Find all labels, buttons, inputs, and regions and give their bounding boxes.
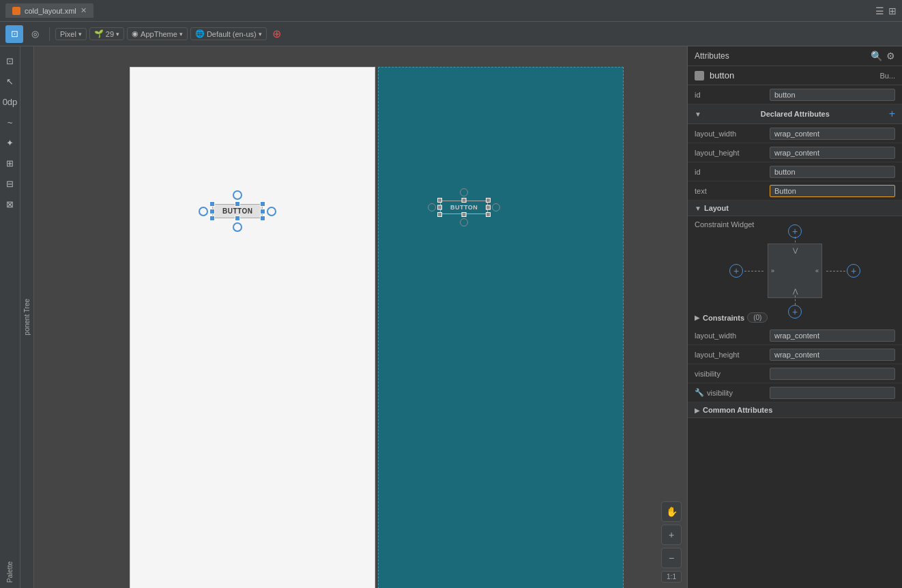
handle-dark-bottom-right[interactable] xyxy=(486,212,491,217)
cw-line-left xyxy=(744,271,763,271)
menu-button[interactable]: ☰ xyxy=(875,5,884,16)
text-key: text xyxy=(695,187,770,195)
toolbar-separator-1 xyxy=(49,27,50,41)
layout-width-input[interactable] xyxy=(770,128,895,140)
handle-left-mid[interactable] xyxy=(209,209,215,214)
palette-tab[interactable]: Palette xyxy=(3,556,16,588)
connector-dark-bottom[interactable] xyxy=(460,218,468,226)
id-input[interactable] xyxy=(770,89,895,101)
constraint-add-right-button[interactable]: + xyxy=(847,264,860,278)
connector-dark-left[interactable] xyxy=(428,203,436,211)
theme-dropdown[interactable]: ◉ AppTheme ▾ xyxy=(127,27,188,40)
visibility-tool-key: 🔧 visibility xyxy=(695,388,770,397)
id-key: id xyxy=(695,91,770,99)
cw-line-right xyxy=(826,271,845,271)
blueprint-mode-button[interactable]: ◎ xyxy=(26,25,44,43)
zoom-in-button[interactable]: + xyxy=(661,525,682,545)
cursor-button[interactable]: ↖ xyxy=(1,72,19,90)
zoom-label: 1:1 xyxy=(661,571,682,583)
declared-attributes-section[interactable]: ▼ Declared Attributes + xyxy=(688,104,902,124)
button-widget-light[interactable]: BUTTON xyxy=(212,204,263,218)
handle-right-mid[interactable] xyxy=(260,209,265,214)
constraints-count-badge: (0) xyxy=(747,312,768,323)
layout-height-layout-key: layout_height xyxy=(695,351,770,359)
handle-top-left[interactable] xyxy=(209,201,215,207)
design-mode-button[interactable]: ⊡ xyxy=(5,25,23,43)
text-input[interactable] xyxy=(770,185,895,197)
common-attributes-section[interactable]: ▶ Common Attributes xyxy=(688,402,902,418)
api-dropdown[interactable]: 🌱 29 ▾ xyxy=(89,27,124,40)
connector-top[interactable] xyxy=(233,190,242,200)
locale-label: Default (en-us) xyxy=(207,30,257,38)
button-widget-dark[interactable]: BUTTON xyxy=(440,201,488,214)
connector-dark-top[interactable] xyxy=(460,188,468,196)
cw-right-inner-arrow: » xyxy=(771,267,774,274)
handle-dark-top-right[interactable] xyxy=(486,198,491,203)
connector-bottom[interactable] xyxy=(233,222,242,232)
constraints-arrow-icon: ▶ xyxy=(695,314,700,321)
search-button[interactable]: 🔍 xyxy=(871,50,882,61)
margin-button[interactable]: ⊞ xyxy=(1,154,19,172)
magic-button[interactable]: ✦ xyxy=(1,134,19,151)
path-button[interactable]: ~ xyxy=(1,113,19,131)
layout-width-row: layout_width xyxy=(688,124,902,143)
file-tab[interactable]: cold_layout.xml ✕ xyxy=(5,3,93,18)
layout-section[interactable]: ▼ Layout xyxy=(688,201,902,216)
grid-button[interactable]: ⊞ xyxy=(888,5,897,16)
constraint-add-top-button[interactable]: + xyxy=(788,224,802,238)
handle-top-mid[interactable] xyxy=(235,201,240,207)
visibility-tool-row: 🔧 visibility xyxy=(688,383,902,402)
align-button[interactable]: ⊟ xyxy=(1,175,19,192)
tab-close-button[interactable]: ✕ xyxy=(81,6,87,15)
layout-height-input[interactable] xyxy=(770,147,895,159)
widget-light-container: BUTTON xyxy=(212,204,263,218)
layout-width-layout-input[interactable] xyxy=(770,329,895,342)
visibility-tool-input[interactable] xyxy=(770,387,895,399)
palette-view-button[interactable]: ⊡ xyxy=(1,52,19,70)
handle-dark-top-mid[interactable] xyxy=(462,198,467,203)
handle-bottom-mid[interactable] xyxy=(235,216,240,221)
visibility-key: visibility xyxy=(695,370,770,378)
widget-class: Bu... xyxy=(879,72,895,80)
settings-button[interactable]: ⚙ xyxy=(886,50,895,61)
handle-top-right[interactable] xyxy=(260,201,265,207)
constraint-add-bottom-button[interactable]: + xyxy=(788,305,802,319)
locale-arrow-icon: ▾ xyxy=(259,31,262,38)
api-icon: 🌱 xyxy=(94,29,104,38)
visibility-input[interactable] xyxy=(770,368,895,380)
constraint-add-left-button[interactable]: + xyxy=(729,264,743,278)
connector-right[interactable] xyxy=(267,207,276,216)
connector-dark-right[interactable] xyxy=(492,203,500,211)
handle-bottom-left[interactable] xyxy=(209,216,215,221)
handle-dark-top-left[interactable] xyxy=(437,198,442,203)
connector-left[interactable] xyxy=(199,207,208,216)
handle-dark-left-mid[interactable] xyxy=(437,205,442,210)
declared-id-input[interactable] xyxy=(770,166,895,178)
component-tree-label[interactable]: ponent Tree xyxy=(23,299,31,335)
cw-top-group: + xyxy=(788,224,802,238)
design-panels: BUTTON xyxy=(20,46,687,588)
distribute-button[interactable]: ⊠ xyxy=(1,195,19,213)
right-panel: Attributes 🔍 ⚙ button Bu... id ▼ Declare… xyxy=(687,46,902,588)
common-arrow-icon: ▶ xyxy=(695,407,700,414)
common-attributes-title: Common Attributes xyxy=(703,406,772,414)
widget-name: button xyxy=(710,70,734,80)
layout-height-row: layout_height xyxy=(688,143,902,162)
handle-bottom-right[interactable] xyxy=(260,216,265,221)
offset-button[interactable]: 0dp xyxy=(1,93,19,111)
declared-arrow-icon: ▼ xyxy=(695,111,701,118)
widget-color-swatch xyxy=(695,71,704,80)
widget-label-row: button Bu... xyxy=(688,66,902,85)
declared-attributes-title: Declared Attributes xyxy=(761,110,830,118)
add-attribute-button[interactable]: + xyxy=(889,108,895,120)
layout-height-layout-input[interactable] xyxy=(770,349,895,361)
pixel-dropdown[interactable]: Pixel ▾ xyxy=(55,28,87,40)
zoom-out-button[interactable]: − xyxy=(661,548,682,568)
hand-tool-button[interactable]: ✋ xyxy=(661,501,682,522)
handle-dark-right-mid[interactable] xyxy=(486,205,491,210)
locale-dropdown[interactable]: 🌐 Default (en-us) ▾ xyxy=(190,27,267,40)
text-row: text xyxy=(688,181,902,201)
handle-dark-bottom-mid[interactable] xyxy=(462,212,467,217)
api-label: 29 xyxy=(106,30,114,38)
handle-dark-bottom-left[interactable] xyxy=(437,212,442,217)
